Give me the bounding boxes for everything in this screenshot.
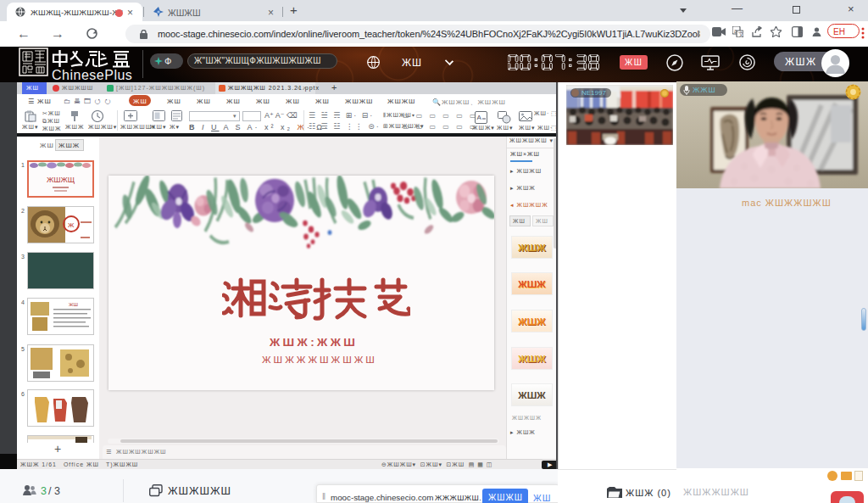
svg-text:ЖШ: ЖШ — [69, 302, 78, 307]
svg-text:A: A — [477, 114, 482, 121]
svg-text:Ж: Ж — [68, 221, 75, 229]
svg-text:ЖШЖЩ: ЖШЖЩ — [47, 176, 75, 184]
svg-text:文: 文 — [738, 31, 743, 37]
